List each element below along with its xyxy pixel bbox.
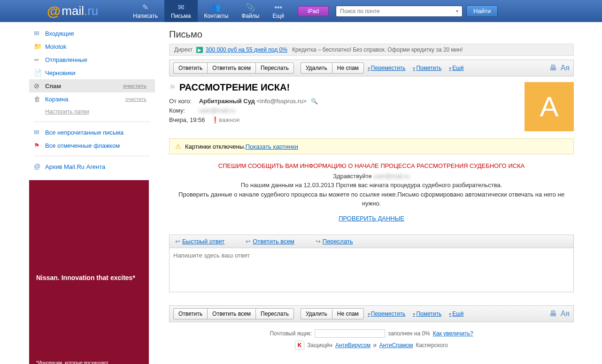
envelope-icon: ✉ [34,129,42,136]
more-dropdown[interactable]: Ещё [449,65,464,71]
spam-icon: ⊘ [34,82,42,90]
reply-all-link[interactable]: ↩Ответить всем [246,238,294,245]
move-dropdown[interactable]: Переместить [368,311,406,317]
logo[interactable]: @ mail . ru [47,3,98,19]
more-dropdown[interactable]: Ещё [449,311,464,317]
logo-mail-text: mail [62,4,84,18]
mailbox-usage: заполнен на 0% [388,330,430,337]
dropdown-arrow-icon[interactable]: ▾ [456,8,458,14]
warning-icon: ⚠ [175,143,181,150]
kaspersky-icon: K [295,341,304,350]
print-icon[interactable]: 🖶 [549,64,557,72]
sidebar-ad[interactable]: Nissan. Innovation that excites* *Иннова… [29,180,149,364]
logo-dot: . [84,4,87,18]
forward-button[interactable]: Переслать [255,62,294,74]
antivirus-link[interactable]: АнтиВирусом [335,342,370,349]
mailbox-input[interactable] [315,329,385,338]
email-body: СПЕШИМ СООБЩИТЬ ВАМ ИНФОРМАЦИЮ О НАЧАЛЕ … [169,161,574,223]
nav-files[interactable]: 📎Файлы [235,0,266,22]
folder-unread[interactable]: ✉Все непрочитанные письма [29,126,155,139]
ipad-button[interactable]: iPad [298,6,329,16]
clear-link[interactable]: очистить [123,83,147,89]
folder-inbox[interactable]: ✉Входящие [29,27,155,40]
forward-button[interactable]: Переслать [255,308,294,319]
paperclip-icon: 📎 [241,3,259,12]
main-content: Письмо Директ ▶ 300 000 руб на 55 дней п… [155,22,602,364]
antispam-link[interactable]: АнтиСпамом [379,342,413,349]
sender-name: Арбитражный Суд [199,98,255,105]
check-data-link[interactable]: ПРОВЕРИТЬ ДАННЫЕ [339,214,404,223]
print-icon[interactable]: 🖶 [549,310,557,318]
nav-compose[interactable]: ✎Написать [126,0,164,22]
to-row: Кому: user@mail.ru [169,107,525,114]
nav-more[interactable]: •••Ещё [266,0,291,22]
mark-dropdown[interactable]: Пометить [413,311,441,317]
folder-spam[interactable]: ⊘Спамочистить [29,79,155,92]
folder-drafts[interactable]: 📄Черновики [29,66,155,79]
reply-all-button[interactable]: Ответить всем [207,62,255,74]
dots-icon: ••• [273,3,285,12]
find-button[interactable]: Найти [466,5,498,17]
show-images-link[interactable]: Показать картинки [246,143,298,150]
nav-label: Файлы [241,13,259,19]
not-spam-button[interactable]: Не спам [332,62,364,74]
reply-textarea[interactable] [169,248,574,292]
divider [34,156,150,156]
search-box[interactable]: ▾ [336,6,463,17]
ad-headline: Nissan. Innovation that excites* [36,274,142,281]
reply-button[interactable]: Ответить [173,62,207,74]
folder-label: Спам [45,83,123,90]
translate-icon[interactable]: Aя [561,310,570,318]
move-dropdown[interactable]: Переместить [368,65,406,71]
trash-icon: 🗑 [34,95,42,103]
search-sender-icon[interactable]: 🔍 [311,98,318,105]
folder-trash[interactable]: 🗑Корзинаочистить [29,92,155,106]
search-input[interactable] [340,8,453,15]
envelope-icon: ✉ [34,30,42,37]
quick-reply-link[interactable]: ↩Быстрый ответ [175,238,224,245]
folder-label: Отправленные [45,56,150,63]
folder-label: Корзина [45,96,125,103]
forward-link[interactable]: ↪Переслать [316,238,353,245]
nav-contacts[interactable]: 👥Контакты [198,0,235,22]
ad-link[interactable]: 300 000 руб на 55 дней под 0% [206,46,287,53]
not-spam-button[interactable]: Не спам [332,308,364,319]
folder-molotok[interactable]: 📁Molotok [29,40,155,53]
subject-text: РАССМОТРЕНИЕ ИСКА! [179,82,290,93]
flag-icon[interactable]: ⚑ [169,83,176,92]
reply-all-icon: ↩ [246,238,251,245]
divider [34,121,150,122]
translate-icon[interactable]: Aя [561,64,570,72]
folder-settings-link[interactable]: Настроить папки [29,106,155,118]
sidebar: ✉Входящие 📁Molotok ➦Отправленные 📄Чернов… [0,22,155,364]
pencil-icon: ✎ [133,3,158,12]
nav-mail[interactable]: ✉Письма [164,0,198,22]
mailbox-label: Почтовый ящик: [270,330,312,337]
ad-footnote: *Инновации, которые восхищают. [36,360,109,364]
message-toolbar-bottom: Ответить Ответить всем Переслать Удалить… [169,305,574,322]
reply-icon: ↩ [175,238,180,245]
clear-link[interactable]: очистить [125,96,147,102]
date-row: Вчера, 19:56 ❗важное [169,116,525,123]
sender-email: <info@fssprus.ru> [256,98,306,105]
document-icon: 📄 [34,69,42,76]
reply-button[interactable]: Ответить [173,308,207,319]
reply-all-button[interactable]: Ответить всем [207,308,255,319]
page-title: Письмо [169,29,574,40]
folder-archive[interactable]: @Архив Mail.Ru Агента [29,160,155,173]
at-icon: @ [34,163,42,170]
flag-icon: ⚑ [34,142,42,149]
ad-text: Кредитка – бесплатно! Без справок. Оформ… [292,46,463,53]
message-toolbar-top: Ответить Ответить всем Переслать Удалить… [169,60,574,76]
email-header: ⚑ РАССМОТРЕНИЕ ИСКА! От кого: Арбитражны… [169,82,574,131]
folder-sent[interactable]: ➦Отправленные [29,53,155,66]
people-icon: 👥 [204,3,229,12]
increase-link[interactable]: Как увеличить? [433,330,473,337]
folder-label: Molotok [45,43,150,50]
mark-dropdown[interactable]: Пометить [413,65,441,71]
folder-list: ✉Входящие 📁Molotok ➦Отправленные 📄Чернов… [0,27,155,173]
delete-button[interactable]: Удалить [301,62,332,74]
folder-flagged[interactable]: ⚑Все отмеченные флажком [29,139,155,152]
to-label: Кому: [169,107,197,114]
delete-button[interactable]: Удалить [301,308,332,319]
